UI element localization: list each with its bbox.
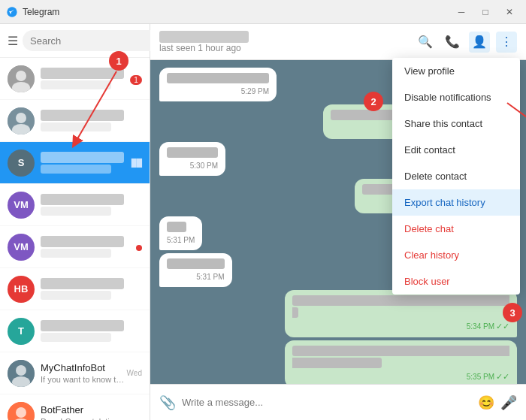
message-bubble: ████████████████████████████████████████…	[285, 340, 517, 384]
chat-preview: If you want to know the Chat ...	[41, 375, 127, 384]
header-actions: 🔍 📞 👤 ⋮	[415, 32, 517, 53]
avatar: VM	[8, 234, 35, 261]
message-time: 5:31 PM	[167, 272, 225, 283]
menu-item-view-profile[interactable]: View profile	[392, 58, 520, 84]
message-text: █████████	[167, 258, 225, 270]
chat-list-item[interactable]: S ████████████ ████████████ ██	[0, 142, 150, 184]
chat-preview: ████████████	[41, 207, 142, 216]
more-button[interactable]: ⋮	[496, 32, 517, 53]
sidebar: ☰ ✏ ████████████ ████████████ 1	[0, 24, 150, 420]
titlebar: Telegram ─ □ ✕	[0, 0, 526, 24]
chat-name: MyChatInfoBot	[41, 362, 127, 373]
chat-info: ████████████ ████████████	[41, 110, 142, 131]
chat-list-item[interactable]: BotFather Done! Congratulations on yo...	[0, 394, 150, 420]
message-row: ████████████████████████████████████████…	[159, 340, 517, 384]
view-button[interactable]: 👤	[469, 32, 490, 53]
chat-name: ████████████	[41, 236, 136, 247]
chat-name: ████████████	[41, 278, 142, 289]
menu-item-disable-notifications[interactable]: Disable notifications	[392, 84, 520, 110]
search-input[interactable]	[23, 30, 164, 51]
chat-time: Wed	[127, 369, 142, 377]
chat-list-item[interactable]: HB ████████████ ████████████	[0, 268, 150, 310]
chat-info: ████████████ ████████████	[41, 68, 130, 89]
message-bubble: █████████5:31 PM	[159, 253, 232, 287]
call-button[interactable]: 📞	[442, 32, 463, 53]
menu-item-delete-chat[interactable]: Delete chat	[392, 216, 520, 242]
menu-item-block-user[interactable]: Block user	[392, 268, 520, 295]
chat-info: ████████████ ████████████	[41, 236, 136, 258]
menu-item-edit-contact[interactable]: Edit contact	[392, 137, 520, 163]
chat-meta: Wed	[127, 369, 142, 377]
menu-item-delete-contact[interactable]: Delete contact	[392, 163, 520, 189]
svg-point-0	[7, 7, 17, 17]
avatar	[8, 65, 35, 92]
attach-button[interactable]: 📎	[159, 394, 176, 411]
chat-name: ████████████	[41, 152, 132, 163]
maximize-button[interactable]: □	[475, 5, 496, 20]
menu-item-clear-history[interactable]: Clear history	[392, 242, 520, 268]
chat-header-info: ████████████ last seen 1 hour ago	[159, 31, 409, 53]
message-input[interactable]	[182, 397, 472, 408]
chat-meta	[136, 243, 142, 251]
chat-list-item[interactable]: VM ████████████ ████████████	[0, 184, 150, 226]
menu-item-share-contact[interactable]: Share this contact	[392, 110, 520, 137]
message-time: 5:30 PM	[167, 161, 218, 171]
svg-point-8	[16, 365, 26, 376]
message-time: 5:34 PM ✓✓	[292, 321, 509, 332]
chat-meta: 1	[130, 73, 142, 85]
main-layout: ☰ ✏ ████████████ ████████████ 1	[0, 24, 526, 420]
online-dot	[136, 245, 142, 251]
chat-contact-name: ████████████	[159, 31, 409, 43]
chat-list-item[interactable]: ████████████ ████████████ 1	[0, 58, 150, 100]
chat-name: ████████████	[41, 68, 130, 79]
unread-badge: 1	[130, 75, 142, 85]
chat-list-item[interactable]: MyChatInfoBot If you want to know the Ch…	[0, 352, 150, 394]
chat-input-area: 📎 😊 🎤	[150, 384, 526, 420]
avatar: HB	[8, 276, 35, 303]
chat-preview: ████████████	[41, 333, 142, 342]
message-time: 5:31 PM	[167, 235, 195, 246]
chat-preview: ████████████	[41, 291, 142, 300]
chat-name: ████████████	[41, 194, 142, 205]
message-bubble: ████████5:30 PM	[159, 142, 225, 176]
avatar: VM	[8, 192, 35, 219]
menu-item-export-chat[interactable]: Export chat history	[392, 189, 520, 216]
chat-meta: ██	[132, 159, 142, 167]
chat-preview: Done! Congratulations on yo...	[41, 417, 142, 420]
chat-info: ████████████ ████████████	[41, 320, 142, 342]
chat-info: ████████████ ████████████	[41, 194, 142, 216]
chat-list: ████████████ ████████████ 1 ████████████	[0, 58, 150, 420]
avatar	[8, 402, 35, 421]
chat-list-item[interactable]: ████████████ ████████████	[0, 100, 150, 142]
chat-info: BotFather Done! Congratulations on yo...	[41, 404, 142, 420]
minimize-button[interactable]: ─	[451, 5, 472, 20]
chat-name: ████████████	[41, 110, 142, 121]
chat-info: ████████████ ████████████	[41, 278, 142, 300]
message-text: ███████████████████████████████████	[292, 295, 509, 320]
message-text: ████████	[167, 147, 218, 159]
chat-name: BotFather	[41, 404, 142, 415]
chat-list-item[interactable]: T ████████████ ████████████	[0, 310, 150, 352]
message-row: ███████████████████████████████████5:34 …	[159, 290, 517, 337]
chat-info: MyChatInfoBot If you want to know the Ch…	[41, 362, 127, 384]
avatar	[8, 360, 35, 387]
chat-list-item[interactable]: VM ████████████ ████████████	[0, 226, 150, 268]
window-controls: ─ □ ✕	[451, 5, 520, 20]
message-text: ████████████████	[167, 72, 269, 85]
mic-button[interactable]: 🎤	[500, 394, 517, 411]
chat-name-text: MyChatInfoBot	[41, 362, 105, 373]
message-bubble: ███5:31 PM	[159, 216, 202, 250]
chat-preview: ████████████	[41, 249, 136, 258]
hamburger-button[interactable]: ☰	[8, 32, 18, 50]
message-bubble: ████████████████5:29 PM	[159, 68, 277, 101]
close-button[interactable]: ✕	[499, 5, 520, 20]
chat-area: ████████████ last seen 1 hour ago 🔍 📞 👤 …	[150, 24, 526, 420]
emoji-button[interactable]: 😊	[478, 394, 494, 411]
message-text: ███	[167, 221, 195, 234]
chat-name-text: BotFather	[41, 404, 83, 415]
avatar	[8, 107, 35, 134]
search-button[interactable]: 🔍	[415, 32, 436, 53]
chat-time: ██	[132, 159, 142, 167]
avatar: S	[8, 150, 35, 177]
app-title: Telegram	[23, 7, 451, 17]
